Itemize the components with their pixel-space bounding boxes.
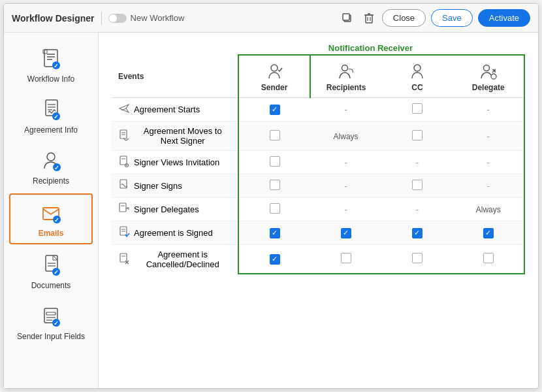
delegate-cell: - xyxy=(453,174,524,198)
workflow-info-icon: ✓ xyxy=(38,46,64,72)
table-row: Agreement Starts ✓ - - xyxy=(112,98,524,122)
dash-text: - xyxy=(416,157,419,167)
checkbox-checked[interactable]: ✓ xyxy=(270,254,280,265)
event-name-cell: Agreement Moves to Next Signer xyxy=(112,122,238,151)
checkbox-unchecked[interactable] xyxy=(412,180,422,190)
workflow-name-area: New Workflow xyxy=(108,13,185,23)
always-text: Always xyxy=(334,132,359,141)
delete-button[interactable] xyxy=(361,11,377,25)
event-cell: Agreement is Signed xyxy=(118,226,231,240)
svg-text:✓: ✓ xyxy=(54,63,59,69)
svg-rect-51 xyxy=(120,203,126,212)
svg-point-49 xyxy=(126,165,127,166)
recipients-cell[interactable] xyxy=(310,245,382,274)
sidebar-item-agreement-info[interactable]: ✓ Agreement Info xyxy=(4,90,98,141)
svg-point-20 xyxy=(47,153,55,161)
header-divider xyxy=(101,12,102,25)
cc-cell[interactable] xyxy=(381,122,453,151)
table-wrapper: Events Sender xyxy=(112,54,525,274)
cc-cell: - xyxy=(381,151,453,174)
dash-text: - xyxy=(487,131,490,141)
event-label: Agreement Starts xyxy=(134,105,200,114)
always-text: Always xyxy=(476,205,501,214)
event-icon xyxy=(118,179,130,193)
cc-header-icon-group: CC xyxy=(388,61,446,92)
sidebar-item-label: Documents xyxy=(31,281,71,290)
svg-point-37 xyxy=(271,65,278,71)
recipients-icon: ✓ xyxy=(38,148,64,174)
svg-text:✓: ✓ xyxy=(54,269,59,276)
checkbox-checked[interactable]: ✓ xyxy=(341,228,351,238)
checkbox-unchecked[interactable] xyxy=(412,253,422,263)
svg-text:✓: ✓ xyxy=(54,217,59,223)
event-icon xyxy=(118,253,130,267)
checkbox-unchecked[interactable] xyxy=(270,156,280,167)
sender-cell[interactable]: ✓ xyxy=(238,221,310,245)
event-name-cell: Agreement is Cancelled/Declined xyxy=(112,245,238,274)
events-table: Events Sender xyxy=(112,54,525,274)
checkbox-unchecked[interactable] xyxy=(270,203,280,214)
header-actions: Close Save Activate xyxy=(339,9,530,27)
dash-text: - xyxy=(344,105,347,114)
checkbox-checked[interactable]: ✓ xyxy=(270,228,280,238)
event-icon xyxy=(118,226,130,240)
sender-cell[interactable] xyxy=(238,198,310,221)
close-button[interactable]: Close xyxy=(382,9,426,27)
svg-point-38 xyxy=(342,65,348,71)
cc-cell[interactable] xyxy=(381,174,453,198)
checkbox-unchecked[interactable] xyxy=(270,180,280,190)
event-label: Agreement Moves to Next Signer xyxy=(134,126,231,146)
table-row: Agreement is Cancelled/Declined ✓ xyxy=(112,245,524,274)
checkbox-unchecked[interactable] xyxy=(270,130,280,140)
recipients-cell[interactable]: ✓ xyxy=(310,221,382,245)
save-button[interactable]: Save xyxy=(431,9,473,27)
svg-text:✓: ✓ xyxy=(54,114,59,120)
delegate-header-icon-group: Delegate xyxy=(460,61,517,92)
dash-text: - xyxy=(416,204,419,214)
checkbox-unchecked[interactable] xyxy=(412,130,422,140)
svg-rect-1 xyxy=(343,14,349,20)
checkbox-unchecked[interactable] xyxy=(483,253,494,263)
svg-rect-2 xyxy=(366,15,372,23)
event-cell: Agreement Starts xyxy=(118,103,231,116)
sidebar-item-workflow-info[interactable]: ✓ Workflow Info xyxy=(4,39,98,90)
checkbox-checked[interactable]: ✓ xyxy=(412,228,422,238)
sender-cell[interactable] xyxy=(238,174,310,198)
recipients-header-icon-group: Recipients xyxy=(317,61,375,92)
sidebar-item-documents[interactable]: ✓ Documents xyxy=(4,246,98,297)
event-label: Signer Views Invitation xyxy=(134,157,219,167)
svg-rect-46 xyxy=(120,156,127,165)
activate-button[interactable]: Activate xyxy=(478,9,530,27)
sidebar: ✓ Workflow Info ✓ xyxy=(4,33,99,388)
checkbox-unchecked[interactable] xyxy=(341,253,351,263)
agreement-info-icon: ✓ xyxy=(38,97,64,123)
delegate-col-label: Delegate xyxy=(472,83,505,92)
delegate-cell[interactable] xyxy=(453,245,524,274)
sender-cell[interactable] xyxy=(238,151,310,174)
cc-cell[interactable] xyxy=(381,98,453,122)
copy-button[interactable] xyxy=(339,11,356,25)
delegate-cell[interactable]: ✓ xyxy=(453,221,524,245)
event-cell: Signer Signs xyxy=(118,179,231,193)
workflow-toggle[interactable] xyxy=(108,14,127,23)
documents-icon: ✓ xyxy=(38,252,64,278)
sidebar-item-emails[interactable]: ✓ Emails xyxy=(9,193,93,244)
event-name-cell: Signer Signs xyxy=(112,174,238,198)
dash-text: - xyxy=(344,204,347,214)
checkbox-checked[interactable]: ✓ xyxy=(270,105,280,115)
event-icon xyxy=(118,203,130,216)
event-cell: Agreement is Cancelled/Declined xyxy=(118,250,231,269)
checkbox-unchecked[interactable] xyxy=(412,103,422,114)
sidebar-item-sender-input-fields[interactable]: ✓ Sender Input Fields xyxy=(4,297,98,348)
dash-text: - xyxy=(487,181,490,191)
cc-cell[interactable] xyxy=(381,245,453,274)
sender-cell[interactable]: ✓ xyxy=(238,245,310,274)
svg-text:✓: ✓ xyxy=(54,320,59,327)
sender-cell[interactable] xyxy=(238,122,310,151)
sidebar-item-recipients[interactable]: ✓ Recipients xyxy=(4,141,98,192)
sender-cell[interactable]: ✓ xyxy=(238,98,310,122)
cc-col-label: CC xyxy=(411,83,422,92)
cc-cell[interactable]: ✓ xyxy=(381,221,453,245)
checkbox-checked[interactable]: ✓ xyxy=(483,228,494,238)
app-title: Workflow Designer xyxy=(12,13,95,24)
